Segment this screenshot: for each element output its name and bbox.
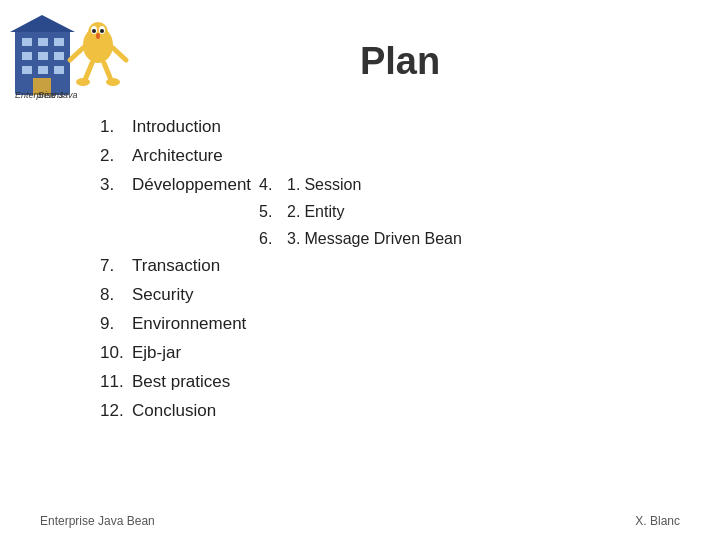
sub-item-label: Message Driven Bean [304,225,461,252]
svg-rect-8 [38,66,48,74]
svg-marker-11 [10,15,75,32]
footer-right: X. Blanc [635,514,680,528]
svg-point-23 [76,78,90,86]
list-item-label: Security [132,281,193,310]
list-item-label: Environnement [132,310,246,339]
sub-list: 1. Session 2. Entity 3. Message Driven B… [259,171,462,253]
list-item-label: Transaction [132,252,220,281]
svg-point-16 [92,29,96,33]
list-item: Développement 1. Session 2. Entity 3. Me… [100,171,680,253]
svg-rect-6 [54,52,64,60]
logo: Enterprise Java Beans [10,10,140,100]
svg-rect-7 [22,66,32,74]
list-item: Security [100,281,680,310]
footer: Enterprise Java Bean X. Blanc [40,514,680,528]
sub-list-item: 1. Session [259,171,462,198]
list-item: Environnement [100,310,680,339]
list-item-label: Ejb-jar [132,339,181,368]
main-list: Introduction Architecture Développement … [100,113,680,426]
svg-point-18 [96,33,100,39]
sub-item-label: Session [304,171,361,198]
list-item: Architecture [100,142,680,171]
svg-rect-3 [54,38,64,46]
svg-line-22 [104,63,111,80]
svg-line-20 [113,48,126,60]
list-item-label: Introduction [132,113,221,142]
list-item: Transaction [100,252,680,281]
list-item-label: Développement [132,171,251,253]
svg-rect-9 [54,66,64,74]
sub-list-item: 2. Entity [259,198,462,225]
slide: Enterprise Java Beans Plan Introduction … [0,0,720,540]
list-item-label: Architecture [132,142,223,171]
svg-line-21 [85,63,92,80]
list-item-label: Conclusion [132,397,216,426]
svg-point-17 [100,29,104,33]
svg-rect-1 [22,38,32,46]
list-item: Conclusion [100,397,680,426]
svg-rect-2 [38,38,48,46]
svg-rect-5 [38,52,48,60]
sub-list-item: 3. Message Driven Bean [259,225,462,252]
content-area: Introduction Architecture Développement … [40,113,680,426]
svg-text:Beans: Beans [38,90,64,100]
svg-point-24 [106,78,120,86]
svg-rect-4 [22,52,32,60]
footer-left: Enterprise Java Bean [40,514,155,528]
list-item-label: Best pratices [132,368,230,397]
list-item: Best pratices [100,368,680,397]
list-item: Ejb-jar [100,339,680,368]
list-item: Introduction [100,113,680,142]
svg-line-19 [70,48,83,60]
sub-item-label: Entity [304,198,344,225]
